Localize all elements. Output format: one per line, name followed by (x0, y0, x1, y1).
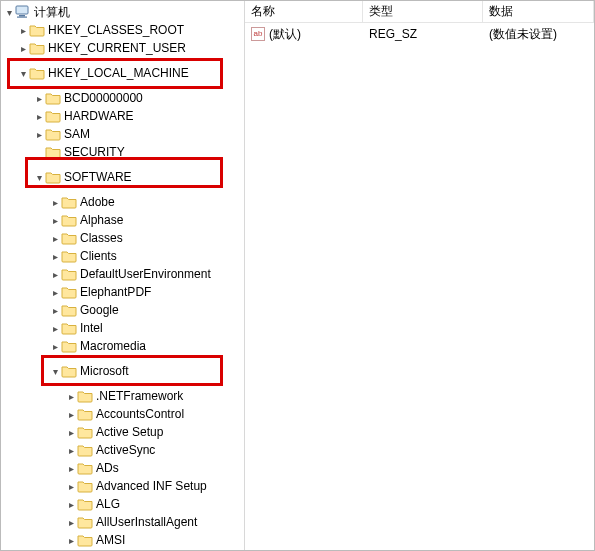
tree-node-activesync[interactable]: ▸ ActiveSync (3, 441, 244, 459)
tree-node-elephantpdf[interactable]: ▸ ElephantPDF (3, 283, 244, 301)
folder-icon (61, 267, 77, 281)
expand-toggle[interactable]: ▸ (49, 233, 61, 244)
value-type: REG_SZ (363, 27, 483, 41)
expand-toggle[interactable]: ▸ (49, 269, 61, 280)
expand-toggle[interactable]: ▸ (17, 25, 29, 36)
expand-toggle[interactable]: ▸ (33, 93, 45, 104)
tree-node-classes[interactable]: ▸ Classes (3, 229, 244, 247)
expand-toggle[interactable]: ▸ (49, 323, 61, 334)
tree-node-defaultuserenvironment[interactable]: ▸ DefaultUserEnvironment (3, 265, 244, 283)
tree-label: SOFTWARE (64, 170, 136, 184)
tree-node-bcd[interactable]: ▸ BCD00000000 (3, 89, 244, 107)
tree-node-microsoft[interactable]: ▾ Microsoft (3, 362, 244, 380)
folder-icon (77, 479, 93, 493)
tree-node-accountscontrol[interactable]: ▸ AccountsControl (3, 405, 244, 423)
tree-label: Alphase (80, 213, 127, 227)
tree-label: AMSI (96, 533, 129, 547)
expand-toggle[interactable]: ▸ (65, 481, 77, 492)
tree-node-alg[interactable]: ▸ ALG (3, 495, 244, 513)
expand-toggle[interactable]: ▸ (49, 197, 61, 208)
tree-node-hkcr[interactable]: ▸ HKEY_CLASSES_ROOT (3, 21, 244, 39)
tree-node-alphase[interactable]: ▸ Alphase (3, 211, 244, 229)
expand-toggle[interactable]: ▸ (65, 535, 77, 546)
column-header-name[interactable]: 名称 (245, 1, 363, 22)
expand-toggle[interactable]: ▸ (65, 499, 77, 510)
expand-toggle[interactable]: ▸ (49, 215, 61, 226)
expand-toggle[interactable]: ▾ (33, 172, 45, 183)
tree-label: Google (80, 303, 123, 317)
folder-icon (45, 145, 61, 159)
tree-node-hkcu[interactable]: ▸ HKEY_CURRENT_USER (3, 39, 244, 57)
folder-icon (45, 109, 61, 123)
expand-toggle[interactable]: ▸ (65, 391, 77, 402)
tree-label: ADs (96, 461, 123, 475)
folder-icon (77, 443, 93, 457)
folder-icon (29, 23, 45, 37)
tree-node-activesetup[interactable]: ▸ Active Setup (3, 423, 244, 441)
expand-toggle[interactable]: ▸ (49, 287, 61, 298)
tree-label: HKEY_LOCAL_MACHINE (48, 66, 193, 80)
folder-icon (61, 213, 77, 227)
tree-node-macromedia[interactable]: ▸ Macromedia (3, 337, 244, 355)
tree-label: Microsoft (80, 364, 133, 378)
folder-icon (45, 170, 61, 184)
tree-node-adobe[interactable]: ▸ Adobe (3, 193, 244, 211)
tree-label: Advanced INF Setup (96, 479, 211, 493)
svg-rect-0 (16, 6, 28, 14)
expand-toggle[interactable]: ▸ (49, 341, 61, 352)
tree-node-computer[interactable]: ▾ 计算机 (3, 3, 244, 21)
tree-label: 计算机 (34, 4, 74, 21)
expand-toggle[interactable]: ▸ (33, 111, 45, 122)
tree-node-amsi[interactable]: ▸ AMSI (3, 531, 244, 549)
tree-label: Intel (80, 321, 107, 335)
tree-node-hardware[interactable]: ▸ HARDWARE (3, 107, 244, 125)
tree-label: HKEY_CURRENT_USER (48, 41, 190, 55)
value-data: (数值未设置) (483, 26, 594, 43)
folder-icon (61, 321, 77, 335)
expand-toggle[interactable]: ▸ (33, 129, 45, 140)
svg-rect-1 (19, 15, 25, 17)
column-header-type[interactable]: 类型 (363, 1, 483, 22)
tree-node-google[interactable]: ▸ Google (3, 301, 244, 319)
tree-node-alluserinstallagent[interactable]: ▸ AllUserInstallAgent (3, 513, 244, 531)
expand-toggle[interactable]: ▸ (65, 445, 77, 456)
tree-label: .NETFramework (96, 389, 187, 403)
list-header: 名称 类型 数据 (245, 1, 594, 23)
tree-node-software[interactable]: ▾ SOFTWARE (3, 168, 244, 186)
folder-icon (29, 66, 45, 80)
folder-icon (61, 339, 77, 353)
computer-icon (15, 5, 31, 19)
tree-label: ElephantPDF (80, 285, 155, 299)
expand-toggle[interactable]: ▸ (49, 305, 61, 316)
folder-icon (61, 195, 77, 209)
folder-icon (77, 515, 93, 529)
expand-toggle[interactable]: ▾ (17, 68, 29, 79)
tree-node-sam[interactable]: ▸ SAM (3, 125, 244, 143)
tree-node-netframework[interactable]: ▸ .NETFramework (3, 387, 244, 405)
expand-toggle[interactable]: ▸ (65, 463, 77, 474)
folder-icon (29, 41, 45, 55)
tree-node-advancedinfsetup[interactable]: ▸ Advanced INF Setup (3, 477, 244, 495)
tree-node-hklm[interactable]: ▾ HKEY_LOCAL_MACHINE (3, 64, 244, 82)
tree-label: BCD00000000 (64, 91, 147, 105)
expand-toggle[interactable]: ▸ (65, 517, 77, 528)
values-pane: 名称 类型 数据 ab (默认) REG_SZ (数值未设置) (245, 1, 594, 550)
tree-node-clients[interactable]: ▸ Clients (3, 247, 244, 265)
registry-tree[interactable]: ▾ 计算机 ▸ HKEY_CLASSES_ROOT ▸ HKEY_CURRENT… (1, 1, 245, 550)
column-header-data[interactable]: 数据 (483, 1, 594, 22)
value-row[interactable]: ab (默认) REG_SZ (数值未设置) (245, 25, 594, 43)
expand-toggle[interactable]: ▸ (65, 427, 77, 438)
folder-icon (61, 285, 77, 299)
expand-toggle[interactable]: ▾ (49, 366, 61, 377)
tree-node-intel[interactable]: ▸ Intel (3, 319, 244, 337)
expand-toggle[interactable]: ▸ (49, 251, 61, 262)
value-name: (默认) (269, 26, 301, 43)
expand-toggle[interactable]: ▸ (65, 409, 77, 420)
folder-icon (45, 91, 61, 105)
expand-toggle[interactable]: ▾ (3, 7, 15, 18)
folder-icon (61, 364, 77, 378)
tree-node-security[interactable]: ▸ SECURITY (3, 143, 244, 161)
tree-node-ads[interactable]: ▸ ADs (3, 459, 244, 477)
expand-toggle[interactable]: ▸ (17, 43, 29, 54)
folder-icon (45, 127, 61, 141)
